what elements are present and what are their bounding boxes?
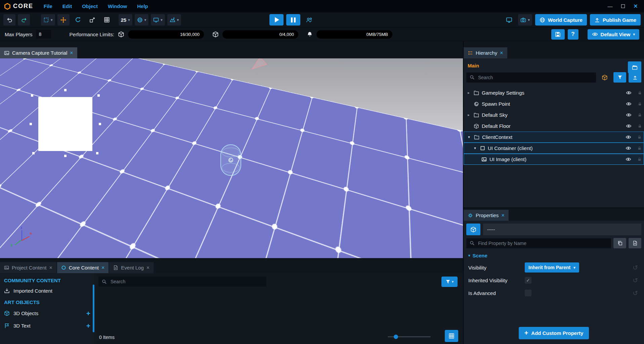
collapse-icon[interactable]: ▾	[473, 146, 477, 150]
expand-icon[interactable]: ▸	[466, 91, 471, 95]
add-icon[interactable]: +	[86, 322, 90, 329]
visibility-eye-icon[interactable]	[626, 90, 632, 96]
pause-button[interactable]	[286, 14, 300, 26]
save-button[interactable]	[551, 29, 565, 40]
move-tool-button[interactable]	[57, 14, 70, 26]
selection-handle[interactable]	[96, 152, 98, 154]
export-button[interactable]	[629, 72, 641, 83]
lock-icon[interactable]	[638, 112, 642, 117]
template-package-button[interactable]	[598, 72, 611, 83]
default-view-dropdown[interactable]: Default View ▾	[588, 29, 639, 40]
undo-button[interactable]	[3, 14, 15, 26]
close-icon[interactable]: ×	[500, 50, 503, 56]
lock-icon[interactable]	[638, 101, 642, 106]
visibility-eye-icon[interactable]	[626, 123, 632, 129]
hierarchy-filter-button[interactable]	[613, 72, 626, 83]
tree-item-clientcontext[interactable]: ▾ ClientContext	[464, 132, 644, 143]
visibility-eye-icon[interactable]	[626, 112, 632, 118]
add-custom-property-button[interactable]: + Add Custom Property	[519, 327, 589, 339]
content-search-input[interactable]	[110, 279, 263, 285]
tab-hierarchy[interactable]: Hierarchy ×	[464, 47, 507, 58]
menu-edit[interactable]: Edit	[57, 3, 77, 9]
camera-capture-dropdown[interactable]: ▾	[518, 14, 532, 26]
add-icon[interactable]: +	[86, 310, 90, 317]
close-icon[interactable]: ×	[101, 265, 104, 271]
paste-properties-button[interactable]	[629, 238, 641, 248]
select-tool-dropdown[interactable]: ▾	[41, 14, 55, 26]
grid-snap-button[interactable]	[101, 14, 113, 26]
tab-camera-capture-tutorial[interactable]: Camera Capture Tutorial ×	[0, 47, 77, 58]
visibility-eye-icon[interactable]	[626, 156, 631, 162]
visibility-eye-icon[interactable]	[626, 101, 632, 107]
selection-handle[interactable]	[64, 89, 67, 91]
reset-icon[interactable]: ↺	[633, 289, 638, 297]
object-type-button[interactable]	[466, 224, 480, 235]
multiplayer-preview-button[interactable]	[303, 14, 315, 26]
tree-item-default-sky[interactable]: ▸ Default Sky	[464, 109, 644, 120]
section-scene[interactable]: ▾ Scene	[466, 248, 641, 261]
world-space-dropdown[interactable]: ▾	[135, 14, 149, 26]
thumbnail-size-slider[interactable]	[388, 336, 431, 337]
sidebar-item-3d-text[interactable]: 3D Text +	[0, 320, 94, 332]
screen-mode-dropdown[interactable]: ▾	[151, 14, 165, 26]
content-filter-button[interactable]: ▾	[441, 277, 458, 287]
tree-item-spawn-point[interactable]: Spawn Point	[464, 98, 644, 109]
is-advanced-checkbox[interactable]	[525, 290, 531, 296]
tab-event-log[interactable]: Event Log ×	[109, 262, 154, 273]
scale-tool-button[interactable]	[86, 14, 98, 26]
sidebar-item-imported-content[interactable]: Imported Content	[0, 285, 94, 296]
menu-help[interactable]: Help	[132, 3, 153, 9]
publish-game-button[interactable]: Publish Game	[590, 14, 641, 26]
max-players-input[interactable]	[36, 30, 51, 39]
visibility-eye-icon[interactable]	[626, 134, 631, 140]
world-capture-button[interactable]: World Capture	[535, 14, 587, 26]
copy-properties-button[interactable]	[613, 238, 626, 248]
inherited-visibility-checkbox[interactable]: ✓	[525, 277, 531, 284]
selection-handle[interactable]	[97, 94, 100, 97]
slider-knob[interactable]	[394, 335, 398, 339]
cinematic-capture-button[interactable]	[628, 61, 641, 73]
visibility-dropdown[interactable]: Inherit from Parent ▾	[525, 262, 579, 273]
visibility-eye-icon[interactable]	[626, 145, 631, 151]
selection-handle[interactable]	[64, 155, 67, 157]
rotate-tool-button[interactable]	[72, 14, 84, 26]
spawn-point-gizmo[interactable]	[220, 144, 241, 176]
help-button[interactable]: ?	[568, 29, 578, 40]
lock-icon[interactable]	[637, 157, 642, 162]
tree-item-ui-container[interactable]: ▾ UI Container (client)	[464, 143, 644, 154]
close-icon[interactable]: ×	[501, 212, 504, 218]
grid-size-dropdown[interactable]: 25 ▾	[119, 14, 132, 26]
minimize-button[interactable]: —	[604, 2, 616, 11]
lock-icon[interactable]	[638, 90, 642, 95]
terrain-dropdown[interactable]: ▾	[167, 14, 181, 26]
selection-handle[interactable]	[31, 94, 33, 97]
expand-icon[interactable]: ▸	[466, 113, 471, 117]
lock-icon[interactable]	[638, 124, 642, 129]
close-button[interactable]: ×	[630, 2, 641, 11]
tree-item-default-floor[interactable]: Default Floor	[464, 120, 644, 132]
property-search-input[interactable]	[477, 240, 608, 246]
ui-image-selection[interactable]	[38, 97, 92, 151]
sidebar-item-3d-objects[interactable]: 3D Objects +	[0, 307, 94, 320]
close-icon[interactable]: ×	[49, 265, 52, 271]
reset-icon[interactable]: ↺	[633, 277, 638, 284]
reset-icon[interactable]: ↺	[633, 264, 638, 272]
selection-handle[interactable]	[32, 152, 35, 154]
selection-handle[interactable]	[99, 123, 101, 125]
tab-core-content[interactable]: Core Content ×	[57, 262, 109, 273]
close-icon[interactable]: ×	[70, 50, 73, 56]
tree-item-ui-image[interactable]: UI Image (client)	[464, 154, 644, 165]
tab-project-content[interactable]: Project Content ×	[0, 262, 56, 273]
lock-icon[interactable]	[637, 146, 642, 151]
tab-properties[interactable]: Properties ×	[464, 210, 509, 221]
tree-item-gameplay-settings[interactable]: ▸ Gameplay Settings	[464, 87, 644, 98]
selection-handle[interactable]	[30, 123, 32, 125]
menu-object[interactable]: Object	[77, 3, 103, 9]
collapse-icon[interactable]: ▾	[467, 135, 471, 139]
play-button[interactable]	[269, 14, 284, 26]
close-icon[interactable]: ×	[146, 265, 149, 271]
restore-button[interactable]	[617, 2, 629, 11]
lock-icon[interactable]	[637, 135, 642, 140]
grid-view-button[interactable]	[445, 330, 458, 342]
menu-window[interactable]: Window	[103, 3, 132, 9]
